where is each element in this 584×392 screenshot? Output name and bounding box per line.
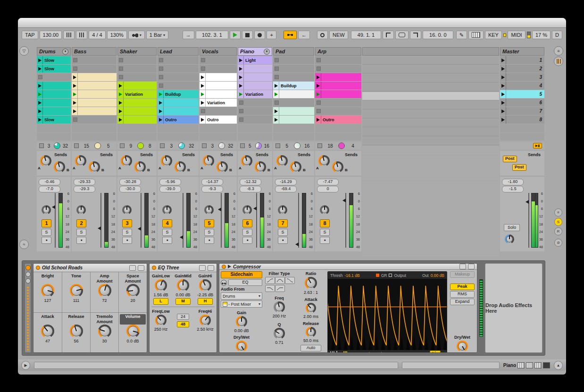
macro-knob-release[interactable] (70, 325, 83, 338)
track-activator-button[interactable]: 4 (162, 219, 172, 227)
auto-release-button[interactable]: Auto (300, 345, 321, 351)
solo-button[interactable]: S (162, 229, 172, 236)
peak-mode-button[interactable]: Peak (450, 284, 475, 290)
fader-handle[interactable] (180, 235, 183, 239)
sidechain-tap-select[interactable]: - Post Mixer▾ (221, 300, 262, 308)
clip-slot[interactable] (238, 82, 272, 90)
clip-play-icon[interactable] (315, 116, 321, 124)
clip-play-icon[interactable] (238, 65, 244, 73)
slope-48-button[interactable]: 48 (177, 321, 189, 327)
clip-play-icon[interactable] (37, 99, 43, 107)
overview-menu-button[interactable]: ≡ (554, 46, 563, 56)
arrangement-position-field[interactable]: 102. 3. 1 (196, 31, 229, 39)
clip-slot[interactable] (117, 99, 157, 107)
stop-all-clips-button[interactable]: ▶▮ (533, 143, 542, 149)
clip-slot[interactable] (158, 65, 199, 73)
track-header-shaker[interactable]: Shaker (117, 47, 157, 56)
pan-knob[interactable] (122, 205, 132, 215)
filter-bell-icon[interactable] (275, 277, 285, 284)
send-b-knob[interactable] (89, 161, 100, 173)
track-activator-button[interactable]: 8 (320, 219, 330, 227)
fader-handle[interactable] (98, 226, 101, 230)
out-value[interactable]: 0.00 dB (431, 273, 444, 278)
clip-slot[interactable] (72, 65, 117, 73)
gain-low-knob[interactable] (155, 279, 167, 292)
track-header-piano[interactable]: Piano▾ (238, 47, 272, 56)
clip-slot[interactable] (315, 90, 361, 98)
freq-low-knob[interactable] (155, 315, 167, 326)
sidechain-listen-icon[interactable] (221, 280, 227, 286)
clip-play-icon[interactable] (200, 82, 206, 90)
clip-slot[interactable] (158, 82, 199, 90)
clip-play-icon[interactable] (117, 82, 124, 90)
volume-value[interactable]: -9.3 (201, 186, 223, 192)
master-track-header[interactable]: Master (500, 47, 544, 56)
filter-q-knob[interactable] (274, 328, 285, 339)
scene-launch-icon[interactable] (500, 116, 506, 124)
scene-slot-6[interactable]: 6 (500, 99, 544, 107)
clip-play-icon[interactable] (238, 82, 244, 90)
scene-launch-icon[interactable] (500, 73, 506, 81)
clip-play-icon[interactable] (37, 116, 43, 124)
clip-play-icon[interactable] (200, 99, 206, 107)
clip-slot[interactable] (200, 82, 237, 90)
fader-handle[interactable] (526, 200, 529, 204)
clip-slot[interactable]: Buildup (273, 82, 314, 90)
send-a-knob[interactable] (75, 155, 86, 167)
clip-stop-button[interactable] (275, 143, 280, 148)
clip-play-icon[interactable] (117, 107, 124, 115)
knee-value[interactable]: 6.0 dB (361, 351, 373, 353)
solo-button[interactable]: S (76, 229, 86, 236)
scene-slot-5[interactable]: 5 (500, 90, 544, 98)
scene-launch-icon[interactable] (500, 56, 506, 64)
show-mixer-button[interactable]: ⊘ (554, 239, 562, 247)
clip-slot[interactable] (117, 116, 157, 124)
sidechain-gain-knob[interactable] (236, 316, 247, 327)
arm-button[interactable]: ● (76, 237, 86, 244)
rack-macro-icon[interactable] (25, 265, 31, 270)
fader-handle[interactable] (342, 199, 346, 202)
macro-knob-tremolo-amount[interactable] (98, 325, 111, 338)
clip-slot[interactable] (315, 107, 361, 115)
makeup-button[interactable]: Makeup (450, 271, 475, 278)
session-record-button[interactable] (317, 31, 328, 39)
clip-slot[interactable] (200, 107, 237, 115)
back-to-arrangement-button[interactable]: ← (298, 31, 310, 39)
clip-play-icon[interactable] (72, 73, 78, 81)
volume-value[interactable]: -8.3 (240, 186, 261, 192)
clip-play-icon[interactable] (37, 56, 43, 64)
transfer-curve-icon[interactable] (336, 351, 342, 353)
disk-overload-button[interactable]: D (552, 31, 562, 39)
filter-lowpass-icon[interactable] (265, 285, 275, 292)
filter-highpass-icon[interactable] (275, 285, 285, 292)
send-a-post-button[interactable]: Post (503, 156, 517, 162)
show-io-button[interactable]: ≡ (554, 209, 562, 217)
clip-slot[interactable] (238, 65, 272, 73)
sidechain-toggle[interactable]: Sidechain (221, 271, 262, 278)
clip-slot[interactable] (117, 73, 157, 81)
overdub-button[interactable]: + (267, 31, 276, 39)
send-a-knob[interactable] (121, 155, 132, 167)
metronome-button[interactable]: ▾ (128, 31, 145, 39)
mixer-view-button[interactable] (554, 57, 563, 66)
clip-slot[interactable]: Slow (37, 116, 71, 124)
clip-play-icon[interactable] (273, 107, 279, 115)
volume-value[interactable]: -7.0 (39, 186, 60, 192)
send-b-knob[interactable] (217, 161, 228, 173)
clip-play-icon[interactable] (72, 107, 78, 115)
hot-swap-icon[interactable] (129, 265, 136, 271)
fader-handle[interactable] (138, 227, 141, 231)
clip-overview-toggle-button[interactable]: ≈ (19, 240, 29, 249)
clip-view-icon[interactable] (517, 362, 525, 368)
filter-freq-knob[interactable] (274, 301, 285, 313)
clip-playing-icon[interactable] (238, 90, 244, 98)
fader-handle[interactable] (295, 242, 299, 246)
clip-slot[interactable] (158, 99, 199, 107)
scene-slot-8[interactable]: 8 (500, 116, 544, 124)
clip-stop-button[interactable] (160, 143, 165, 148)
device-on-icon[interactable] (152, 266, 156, 270)
arm-button[interactable]: ● (42, 237, 51, 244)
scene-slot-7[interactable]: 7 (500, 107, 544, 115)
clip-play-icon[interactable] (37, 65, 43, 73)
clip-slot[interactable] (117, 82, 157, 90)
